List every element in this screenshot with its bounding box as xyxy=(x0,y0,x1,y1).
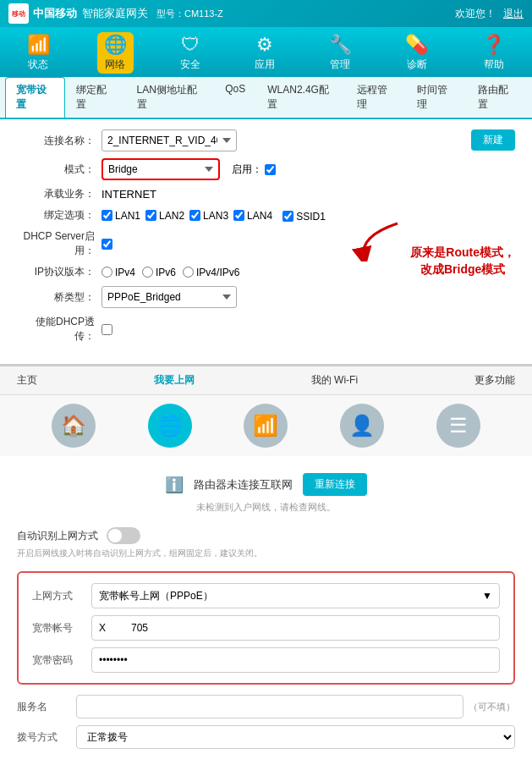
icon-internet[interactable]: 🌐 xyxy=(148,404,192,448)
icon-home[interactable]: 🏠 xyxy=(52,404,96,448)
site-title: 智能家庭网关 xyxy=(82,6,148,21)
subnav-wlan[interactable]: WLAN2.4G配置 xyxy=(256,77,346,118)
alert-icon: ℹ️ xyxy=(165,476,184,494)
nav-help[interactable]: ❓ 帮助 xyxy=(475,32,512,74)
nav-status-label: 状态 xyxy=(28,58,48,72)
nav-security[interactable]: 🛡 安全 xyxy=(173,32,207,74)
password-input[interactable] xyxy=(91,647,500,673)
binding-lan3[interactable]: LAN3 xyxy=(189,210,228,222)
reconnect-button[interactable]: 重新连接 xyxy=(303,473,367,496)
method-label: 上网方式 xyxy=(32,589,91,603)
type-select[interactable]: PPPoE_Bridged xyxy=(101,286,237,308)
status-icon: 📶 xyxy=(27,34,50,56)
service-name-label: 服务名 xyxy=(17,700,76,714)
nav-apps[interactable]: ⚙ 应用 xyxy=(248,32,282,74)
alert-subtext: 未检测到入户网线，请检查网线。 xyxy=(17,501,515,514)
enable-label: 启用： xyxy=(232,162,276,177)
nav-apps-label: 应用 xyxy=(255,58,275,72)
network-icon: 🌐 xyxy=(104,34,127,56)
binding-ssid1[interactable]: SSID1 xyxy=(282,211,326,223)
subnav-route[interactable]: 路由配置 xyxy=(467,77,527,118)
watermark-area: 百度经验 xyxy=(0,773,532,776)
sub-nav: 宽带设置 绑定配置 LAN侧地址配置 QoS WLAN2.4G配置 远程管理 时… xyxy=(0,77,532,119)
nav-manage[interactable]: 🔧 管理 xyxy=(322,32,359,74)
nav-help-label: 帮助 xyxy=(484,58,504,72)
method-select[interactable]: 宽带帐号上网（PPPoE） ▼ xyxy=(91,583,500,608)
nav-diagnose-label: 诊断 xyxy=(407,58,427,72)
connection-name-row: 连接名称： 2_INTERNET_R_VID_4031 xyxy=(17,129,515,151)
service-row: 承载业务： INTERNET xyxy=(17,187,515,201)
manage-icon: 🔧 xyxy=(329,34,352,56)
icon-wifi[interactable]: 📶 xyxy=(244,404,288,448)
pppoe-form-box: 上网方式 宽带帐号上网（PPPoE） ▼ 宽带帐号 宽带密码 xyxy=(17,571,515,685)
method-chevron-icon: ▼ xyxy=(482,590,492,602)
model-label: 型号： xyxy=(156,8,184,20)
ip-label: IP协议版本： xyxy=(17,265,101,279)
mode-select[interactable]: Bridge Route xyxy=(101,158,220,180)
logo-icon: 移动 xyxy=(8,3,29,24)
alert-text: 路由器未连接互联网 xyxy=(194,477,293,493)
nav-network-label: 网络 xyxy=(105,58,125,72)
subnav-remote[interactable]: 远程管理 xyxy=(346,77,406,118)
annotation-arrow xyxy=(351,219,402,261)
subnav-lan[interactable]: LAN侧地址配置 xyxy=(126,77,215,118)
binding-lan1[interactable]: LAN1 xyxy=(101,210,140,222)
model-value: CM113-Z xyxy=(184,8,223,19)
menu-circle: ☰ xyxy=(436,404,480,448)
wifi-circle: 📶 xyxy=(244,404,288,448)
service-hint: （可不填） xyxy=(469,701,515,713)
connection-name-label: 连接名称： xyxy=(17,134,101,148)
account-input[interactable] xyxy=(91,615,500,641)
welcome-text: 欢迎您！ xyxy=(455,8,496,19)
dial-mode-select[interactable]: 正常拨号 xyxy=(76,725,515,749)
binding-row: 绑定选项： LAN1 LAN2 LAN3 LAN4 SSID1 xyxy=(17,208,515,223)
bottom-nav-wifi[interactable]: 我的 Wi-Fi xyxy=(311,373,358,388)
binding-checkboxes: LAN1 LAN2 LAN3 LAN4 SSID1 xyxy=(101,209,326,223)
bottom-nav-home[interactable]: 主页 xyxy=(17,373,37,388)
service-name-input[interactable] xyxy=(76,695,463,718)
connection-name-select[interactable]: 2_INTERNET_R_VID_4031 xyxy=(101,129,237,151)
bottom-nav-internet[interactable]: 我要上网 xyxy=(154,373,195,388)
brand-name: 中国移动 xyxy=(33,6,77,21)
internet-circle: 🌐 xyxy=(148,404,192,448)
admin-form-panel: 新建 连接名称： 2_INTERNET_R_VID_4031 模式： Bridg… xyxy=(0,119,532,366)
nav-network[interactable]: 🌐 网络 xyxy=(97,32,134,74)
ip-both[interactable]: IPv4/IPv6 xyxy=(183,267,239,278)
nav-diagnose[interactable]: 💊 诊断 xyxy=(398,32,435,74)
password-row: 宽带密码 xyxy=(32,647,500,673)
binding-lan2[interactable]: LAN2 xyxy=(145,210,184,222)
enable-checkbox[interactable] xyxy=(265,164,276,175)
alert-box: ℹ️ 路由器未连接互联网 重新连接 xyxy=(17,473,515,496)
dhcp-pass-label: 使能DHCP透传： xyxy=(17,315,101,344)
security-icon: 🛡 xyxy=(181,34,200,56)
subnav-time[interactable]: 时间管理 xyxy=(406,77,466,118)
account-label: 宽带帐号 xyxy=(32,621,91,636)
home-circle: 🏠 xyxy=(52,404,96,448)
subnav-bind[interactable]: 绑定配置 xyxy=(65,77,125,118)
toggle-desc: 开启后网线接入时将自动识别上网方式，组网固定后，建议关闭。 xyxy=(17,548,515,559)
bottom-icons-row: 🏠 🌐 📶 👤 ☰ xyxy=(0,395,532,456)
help-icon: ❓ xyxy=(482,34,505,56)
subnav-qos[interactable]: QoS xyxy=(214,77,256,118)
dhcp-checkbox[interactable] xyxy=(101,239,112,250)
icon-menu[interactable]: ☰ xyxy=(436,404,480,448)
apps-icon: ⚙ xyxy=(256,34,273,56)
type-row: 桥类型： PPPoE_Bridged xyxy=(17,286,515,308)
bottom-nav-more[interactable]: 更多功能 xyxy=(474,373,515,388)
dhcp-label: DHCP Server启用： xyxy=(17,229,101,258)
binding-lan4[interactable]: LAN4 xyxy=(233,210,272,222)
icon-user[interactable]: 👤 xyxy=(340,404,384,448)
toggle-switch[interactable] xyxy=(107,527,140,544)
nav-security-label: 安全 xyxy=(180,58,200,72)
ip-ipv4[interactable]: IPv4 xyxy=(101,267,135,278)
dial-mode-row: 拨号方式 正常拨号 xyxy=(17,725,515,749)
ip-ipv6[interactable]: IPv6 xyxy=(142,267,176,278)
nav-status[interactable]: 📶 状态 xyxy=(20,32,57,74)
new-button[interactable]: 新建 xyxy=(471,129,515,151)
service-label: 承载业务： xyxy=(17,187,101,201)
enable-text: 启用： xyxy=(232,162,262,177)
subnav-broadband[interactable]: 宽带设置 xyxy=(5,77,65,118)
logout-link[interactable]: 退出 xyxy=(503,8,524,19)
method-row: 上网方式 宽带帐号上网（PPPoE） ▼ xyxy=(32,583,500,608)
dhcp-pass-checkbox[interactable] xyxy=(101,324,112,335)
